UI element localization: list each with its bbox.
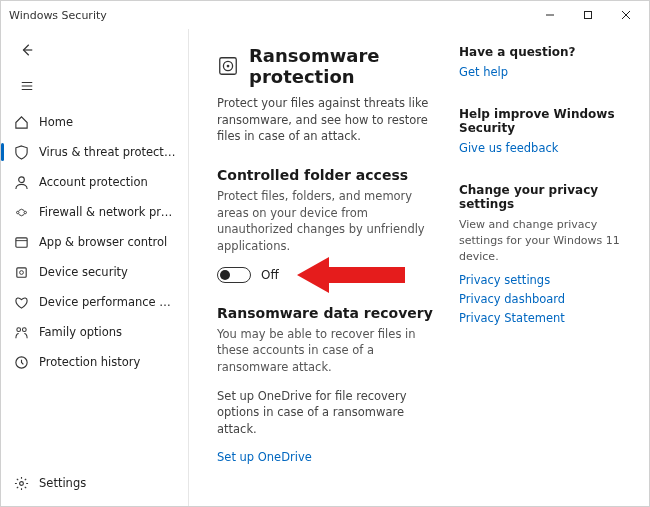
- svg-point-8: [18, 176, 24, 182]
- sidebar-item-firewall[interactable]: Firewall & network protection: [1, 197, 188, 227]
- recovery-heading: Ransomware data recovery: [217, 305, 437, 321]
- svg-point-10: [24, 211, 26, 213]
- sidebar-item-label: Home: [39, 115, 73, 129]
- svg-rect-13: [16, 267, 25, 276]
- setup-onedrive-link[interactable]: Set up OneDrive: [217, 450, 312, 464]
- cfa-heading: Controlled folder access: [217, 167, 437, 183]
- sidebar: Home Virus & threat protection Account p…: [1, 29, 189, 507]
- minimize-button[interactable]: [531, 1, 569, 29]
- privacy-statement-link[interactable]: Privacy Statement: [459, 311, 629, 325]
- annotation-arrow: [297, 253, 407, 300]
- sidebar-item-history[interactable]: Protection history: [1, 347, 188, 377]
- svg-point-14: [19, 270, 23, 274]
- page-lead: Protect your files against threats like …: [217, 95, 437, 145]
- shield-virus-icon: [13, 144, 29, 160]
- sidebar-item-device-security[interactable]: Device security: [1, 257, 188, 287]
- main-content: Ransomware protection Protect your files…: [189, 29, 649, 507]
- sidebar-item-label: Protection history: [39, 355, 140, 369]
- ransomware-icon: [217, 55, 239, 77]
- sidebar-item-label: Family options: [39, 325, 122, 339]
- recovery-desc: You may be able to recover files in thes…: [217, 326, 437, 376]
- sidebar-item-app-browser[interactable]: App & browser control: [1, 227, 188, 257]
- title-bar: Windows Security: [1, 1, 649, 29]
- menu-button[interactable]: [11, 71, 43, 101]
- privacy-settings-link[interactable]: Privacy settings: [459, 273, 629, 287]
- cfa-toggle[interactable]: [217, 267, 251, 283]
- onedrive-text: Set up OneDrive for file recovery option…: [217, 388, 437, 438]
- aside-question-title: Have a question?: [459, 45, 629, 59]
- app-browser-icon: [13, 234, 29, 250]
- account-icon: [13, 174, 29, 190]
- sidebar-item-label: Account protection: [39, 175, 148, 189]
- sidebar-item-label: Virus & threat protection: [39, 145, 178, 159]
- page-title: Ransomware protection: [249, 45, 437, 87]
- feedback-link[interactable]: Give us feedback: [459, 141, 558, 155]
- device-security-icon: [13, 264, 29, 280]
- get-help-link[interactable]: Get help: [459, 65, 508, 79]
- maximize-button[interactable]: [569, 1, 607, 29]
- sidebar-item-label: Firewall & network protection: [39, 205, 178, 219]
- svg-point-16: [22, 327, 26, 331]
- svg-point-21: [227, 65, 230, 68]
- home-icon: [13, 114, 29, 130]
- nav-list: Home Virus & threat protection Account p…: [1, 107, 188, 464]
- svg-rect-1: [585, 12, 592, 19]
- sidebar-item-virus-threat[interactable]: Virus & threat protection: [1, 137, 188, 167]
- sidebar-item-settings[interactable]: Settings: [1, 468, 188, 498]
- cfa-toggle-label: Off: [261, 268, 279, 282]
- aside-privacy-desc: View and change privacy settings for you…: [459, 217, 629, 265]
- firewall-icon: [13, 204, 29, 220]
- svg-rect-11: [15, 237, 26, 246]
- aside-privacy-title: Change your privacy settings: [459, 183, 629, 211]
- page-header: Ransomware protection: [217, 45, 437, 87]
- close-button[interactable]: [607, 1, 645, 29]
- gear-icon: [13, 475, 29, 491]
- sidebar-item-home[interactable]: Home: [1, 107, 188, 137]
- window-controls: [531, 1, 645, 29]
- heart-health-icon: [13, 294, 29, 310]
- sidebar-item-performance[interactable]: Device performance & health: [1, 287, 188, 317]
- svg-point-9: [16, 211, 18, 213]
- sidebar-item-label: Settings: [39, 476, 86, 490]
- cfa-toggle-row: Off: [217, 267, 437, 283]
- sidebar-item-family[interactable]: Family options: [1, 317, 188, 347]
- aside: Have a question? Get help Help improve W…: [459, 45, 629, 496]
- svg-marker-22: [297, 257, 405, 293]
- sidebar-item-label: App & browser control: [39, 235, 167, 249]
- back-button[interactable]: [11, 35, 43, 65]
- aside-improve-title: Help improve Windows Security: [459, 107, 629, 135]
- sidebar-item-label: Device performance & health: [39, 295, 178, 309]
- svg-point-18: [19, 481, 23, 485]
- svg-point-15: [16, 327, 20, 331]
- family-icon: [13, 324, 29, 340]
- history-icon: [13, 354, 29, 370]
- sidebar-item-account[interactable]: Account protection: [1, 167, 188, 197]
- cfa-desc: Protect files, folders, and memory areas…: [217, 188, 437, 255]
- privacy-dashboard-link[interactable]: Privacy dashboard: [459, 292, 629, 306]
- window-title: Windows Security: [9, 9, 531, 22]
- sidebar-item-label: Device security: [39, 265, 128, 279]
